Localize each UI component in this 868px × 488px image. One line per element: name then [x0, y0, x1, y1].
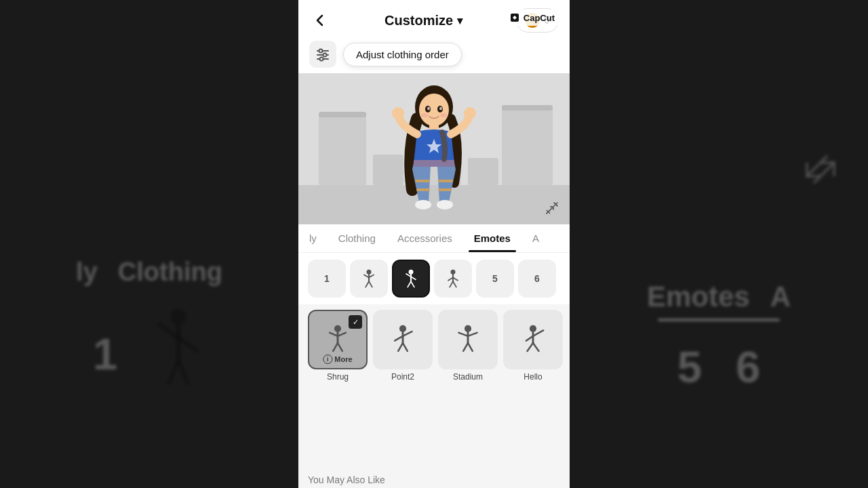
tab-a[interactable]: A	[521, 224, 550, 252]
title-text: Customize	[384, 13, 453, 28]
emote-stadium[interactable]	[438, 310, 498, 369]
slot-3-figure	[401, 269, 420, 288]
slot-2-figure	[359, 269, 378, 288]
avatar-area	[298, 73, 570, 224]
point2-figure	[388, 325, 418, 354]
svg-line-68	[338, 333, 346, 336]
also-like-section: You May Also Like	[298, 466, 570, 488]
svg-point-29	[439, 106, 442, 110]
adjust-tooltip-text: Adjust clothing order	[356, 49, 449, 60]
emote-hello-wrapper: Hello	[503, 310, 563, 382]
tab-emotes-label: Emotes	[474, 232, 511, 244]
capcut-icon	[509, 12, 520, 23]
svg-line-75	[398, 343, 403, 351]
svg-line-63	[450, 281, 453, 287]
svg-line-88	[533, 343, 538, 351]
slot-5-label: 5	[492, 273, 498, 284]
svg-point-10	[319, 49, 323, 53]
avatar-figure	[387, 81, 481, 217]
bg-left-num: 1	[93, 329, 117, 380]
tab-ly-label: ly	[309, 232, 317, 244]
svg-point-12	[323, 54, 327, 57]
svg-line-57	[408, 281, 411, 287]
slot-6[interactable]: 6	[518, 260, 556, 298]
svg-point-0	[170, 308, 186, 325]
svg-line-82	[468, 343, 473, 351]
emote-shrug-label: Shrug	[327, 372, 349, 382]
svg-line-69	[333, 343, 338, 351]
svg-point-25	[419, 94, 449, 126]
header-title[interactable]: Customize ▾	[384, 13, 462, 28]
compress-icon	[545, 201, 559, 216]
adjust-tooltip: Adjust clothing order	[343, 43, 462, 66]
bg-left-figure	[151, 307, 205, 401]
svg-line-74	[403, 331, 412, 336]
svg-rect-20	[502, 105, 553, 110]
svg-rect-18	[319, 112, 366, 117]
stadium-figure	[453, 325, 483, 354]
svg-line-2	[158, 323, 178, 338]
adjust-clothing-button[interactable]	[309, 41, 336, 68]
tab-accessories-label: Accessories	[397, 232, 452, 244]
slot-6-label: 6	[534, 273, 540, 284]
svg-rect-17	[319, 114, 366, 185]
svg-line-51	[366, 281, 369, 287]
emote-point2[interactable]	[373, 310, 433, 369]
slot-2[interactable]	[350, 260, 388, 298]
svg-line-76	[403, 343, 408, 351]
svg-line-87	[528, 343, 533, 351]
avatar-svg	[387, 81, 481, 217]
svg-point-31	[440, 113, 447, 117]
slot-5[interactable]: 5	[476, 260, 514, 298]
svg-line-3	[178, 338, 199, 352]
svg-rect-36	[414, 160, 454, 167]
slot-1[interactable]: 1	[308, 260, 346, 298]
adjust-row: Adjust clothing order	[298, 38, 570, 73]
emote-point2-wrapper: Point2	[373, 310, 433, 382]
emote-more: i More	[323, 354, 352, 364]
svg-line-64	[453, 281, 456, 287]
svg-line-58	[411, 281, 414, 287]
slot-row: 1	[298, 253, 570, 304]
svg-line-70	[338, 343, 342, 351]
tab-ly[interactable]: ly	[298, 224, 328, 252]
bg-right-num2: 6	[736, 342, 760, 392]
svg-point-65	[334, 325, 341, 332]
svg-point-71	[399, 325, 406, 332]
slot-4[interactable]	[434, 260, 472, 298]
bg-right-tab2: A	[770, 281, 791, 313]
svg-line-80	[468, 333, 477, 336]
svg-point-77	[465, 325, 471, 332]
slot-4-figure	[443, 269, 462, 288]
back-button[interactable]	[309, 9, 331, 31]
slot-1-label: 1	[324, 273, 330, 284]
dropdown-icon: ▾	[457, 14, 462, 27]
svg-point-34	[392, 107, 404, 119]
bg-right-num1: 5	[677, 342, 702, 392]
emote-check-icon: ✓	[349, 315, 362, 329]
emote-hello[interactable]	[503, 310, 563, 369]
tab-emotes[interactable]: Emotes	[463, 224, 521, 252]
emote-shrug[interactable]: ✓ i More	[308, 310, 368, 369]
slot-3[interactable]	[392, 260, 430, 298]
svg-rect-42	[438, 188, 452, 191]
svg-point-38	[437, 200, 453, 209]
tab-bar: ly Clothing Accessories Emotes A	[298, 224, 570, 253]
emote-section: ✓ i More Shrug	[298, 304, 570, 466]
capcut-watermark: CapCut	[504, 9, 560, 26]
svg-line-67	[330, 333, 338, 336]
also-like-label: You May Also Like	[308, 474, 385, 485]
emote-stadium-wrapper: Stadium	[438, 310, 498, 382]
svg-rect-41	[416, 188, 430, 191]
svg-point-14	[320, 58, 323, 61]
emote-point2-label: Point2	[391, 372, 414, 382]
svg-line-81	[463, 343, 468, 351]
svg-point-35	[464, 107, 476, 119]
bg-left-panel: ly Clothing 1	[0, 0, 298, 488]
svg-rect-40	[438, 180, 453, 182]
tab-accessories[interactable]: Accessories	[387, 224, 463, 252]
tab-clothing[interactable]: Clothing	[328, 224, 387, 252]
tab-a-label: A	[532, 232, 539, 244]
compress-button[interactable]	[542, 199, 561, 218]
shrug-figure	[323, 325, 353, 354]
